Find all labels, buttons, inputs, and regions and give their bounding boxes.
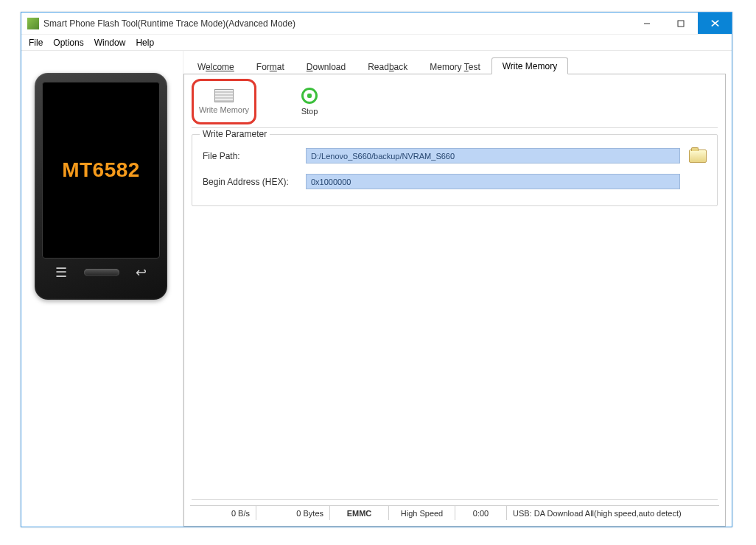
begin-address-input[interactable]: [306, 174, 680, 189]
write-parameter-legend: Write Parameter: [200, 129, 270, 139]
window-title: Smart Phone Flash Tool(Runtime Trace Mod…: [43, 18, 295, 29]
write-memory-button[interactable]: Write Memory: [193, 80, 255, 123]
tab-write-memory[interactable]: Write Memory: [491, 57, 568, 74]
close-button[interactable]: ✕: [698, 13, 732, 34]
menu-softkey-icon: ☰: [55, 266, 67, 279]
status-storage: EMMC: [330, 506, 389, 520]
back-softkey-icon: ↩: [136, 266, 147, 279]
file-path-input[interactable]: [306, 148, 680, 164]
menu-file[interactable]: File: [29, 38, 43, 48]
sidebar: MT6582 ☰ ↩: [21, 51, 183, 527]
chip-label: MT6582: [62, 158, 140, 182]
tab-format[interactable]: Format: [245, 58, 295, 74]
menu-options[interactable]: Options: [53, 38, 83, 48]
tab-readback[interactable]: Readback: [357, 58, 419, 74]
file-path-label: File Path:: [203, 151, 306, 161]
stop-icon: [301, 88, 318, 104]
phone-screen: MT6582: [42, 82, 160, 259]
toolbar: Write Memory Stop: [190, 79, 719, 127]
svg-rect-1: [678, 21, 684, 27]
tab-strip: Welcome Format Download Readback Memory …: [183, 57, 726, 74]
begin-address-label: Begin Address (HEX):: [203, 177, 306, 187]
browse-folder-icon[interactable]: [689, 150, 707, 163]
write-memory-label: Write Memory: [199, 105, 249, 114]
menu-window[interactable]: Window: [94, 38, 126, 48]
titlebar: Smart Phone Flash Tool(Runtime Trace Mod…: [21, 13, 732, 35]
main-area: Welcome Format Download Readback Memory …: [183, 51, 732, 527]
tab-memory-test[interactable]: Memory Test: [419, 58, 491, 74]
tab-welcome[interactable]: Welcome: [186, 58, 245, 74]
status-bar: 0 B/s 0 Bytes EMMC High Speed 0:00 USB: …: [190, 505, 719, 520]
status-time: 0:00: [455, 506, 507, 520]
stop-label: Stop: [301, 107, 318, 116]
toolbar-separator: [192, 127, 718, 128]
status-bytes: 0 Bytes: [256, 506, 330, 520]
status-usb: USB: DA Download All(high speed,auto det…: [507, 506, 719, 520]
maximize-button[interactable]: [664, 13, 698, 34]
minimize-button[interactable]: [630, 13, 664, 34]
app-window: Smart Phone Flash Tool(Runtime Trace Mod…: [21, 12, 732, 527]
status-mode: High Speed: [389, 506, 455, 520]
menubar: File Options Window Help: [21, 35, 732, 51]
window-controls: ✕: [630, 13, 732, 34]
app-icon: [27, 18, 39, 29]
home-softkey-icon: [84, 269, 119, 276]
status-transfer-speed: 0 B/s: [190, 506, 256, 520]
phone-nav-buttons: ☰ ↩: [42, 259, 160, 279]
tab-content: Write Memory Stop Write Parameter File P…: [183, 74, 726, 527]
stop-button[interactable]: Stop: [279, 80, 340, 123]
phone-preview: MT6582 ☰ ↩: [35, 73, 167, 300]
tab-download[interactable]: Download: [295, 58, 357, 74]
write-parameter-group: Write Parameter File Path: Begin Address…: [192, 134, 718, 206]
memory-chip-icon: [214, 89, 234, 102]
menu-help[interactable]: Help: [136, 38, 154, 48]
